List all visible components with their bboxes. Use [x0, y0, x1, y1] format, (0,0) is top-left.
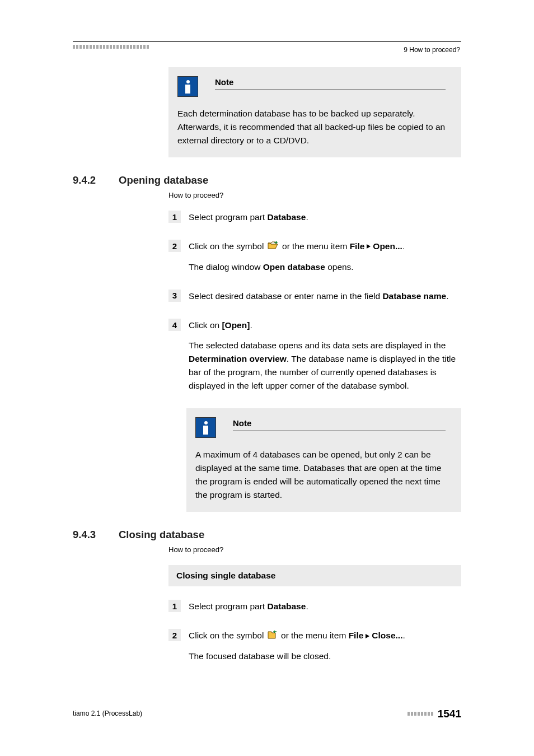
step-1: 1 Select program part Database.: [168, 600, 461, 613]
step-number: 1: [168, 600, 181, 612]
header-dashes: [73, 45, 149, 49]
note-body: A maximum of 4 databases can be opened, …: [195, 448, 452, 502]
section-title: Closing database: [119, 529, 204, 541]
step-text: Select program part Database.: [189, 600, 461, 613]
section-heading-942: 9.4.2 Opening database: [73, 174, 461, 186]
info-icon: [177, 76, 198, 97]
step-text: Click on the symbol or the menu item Fil…: [189, 629, 461, 663]
note-title: Note: [215, 77, 452, 88]
open-folder-icon: [268, 240, 279, 254]
footer: tiamo 2.1 (ProcessLab) 1541: [73, 708, 461, 720]
page-number: 1541: [438, 708, 461, 720]
section-number: 9.4.3: [73, 529, 101, 541]
step-text: Select program part Database.: [189, 211, 461, 224]
step-number: 3: [168, 290, 181, 302]
footer-product: tiamo 2.1 (ProcessLab): [73, 710, 142, 717]
section-title: Opening database: [119, 174, 208, 186]
step-number: 2: [168, 629, 181, 641]
note-title: Note: [233, 418, 452, 430]
section-heading-943: 9.4.3 Closing database: [73, 529, 461, 541]
step-number: 2: [168, 240, 181, 252]
info-icon: [195, 417, 216, 438]
step-4: 4 Click on [Open]. The selected database…: [168, 319, 461, 393]
note-block: Note Each determination database has to …: [168, 67, 461, 157]
step-2: 2 Click on the symbol or the menu item F…: [168, 240, 461, 274]
section-number: 9.4.2: [73, 174, 101, 186]
note-block-indented: Note A maximum of 4 databases can be ope…: [186, 408, 461, 512]
step-number: 4: [168, 319, 181, 331]
triangle-icon: [366, 634, 369, 638]
step-1: 1 Select program part Database.: [168, 211, 461, 224]
step-3: 3 Select desired database or enter name …: [168, 290, 461, 303]
breadcrumb: 9 How to proceed?: [404, 46, 460, 54]
step-2: 2 Click on the symbol or the menu item F…: [168, 629, 461, 663]
close-folder-icon: [268, 629, 278, 643]
footer-dashes: [407, 712, 433, 717]
howto-label: How to proceed?: [168, 191, 461, 199]
step-text: Click on the symbol or the menu item Fil…: [189, 240, 461, 274]
step-number: 1: [168, 211, 181, 223]
step-text: Click on [Open]. The selected database o…: [189, 319, 461, 393]
note-body: Each determination database has to be ba…: [177, 107, 452, 147]
step-text: Select desired database or enter name in…: [189, 290, 461, 303]
howto-label: How to proceed?: [168, 545, 461, 554]
triangle-icon: [367, 244, 371, 249]
subsection-heading: Closing single database: [168, 565, 461, 586]
header-divider: [73, 41, 461, 42]
